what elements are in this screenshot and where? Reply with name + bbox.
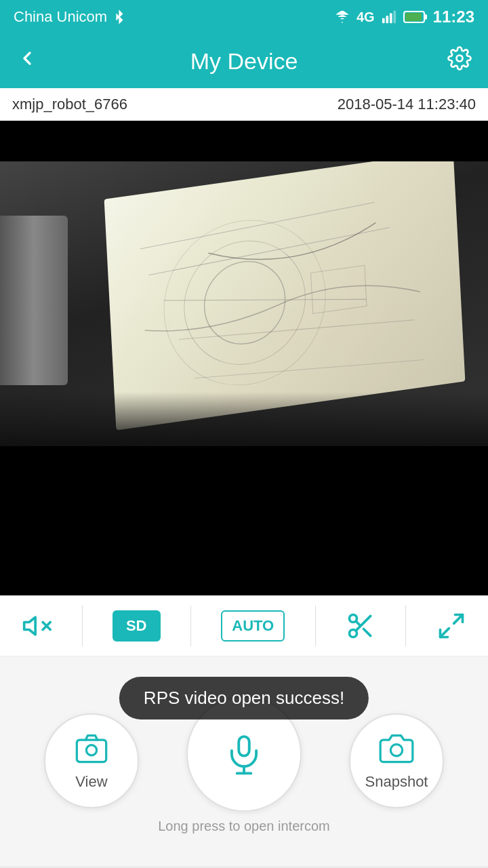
svg-line-13 <box>163 272 366 328</box>
header: My Device <box>0 34 488 88</box>
page-title: My Device <box>190 48 298 75</box>
svg-rect-5 <box>405 13 422 21</box>
camera-gallery-icon <box>74 731 109 766</box>
intercom-hint: Long press to open intercom <box>158 818 330 834</box>
divider-3 <box>315 606 316 646</box>
divider-1 <box>82 606 83 646</box>
status-left: China Unicom <box>14 8 126 26</box>
svg-line-16 <box>195 346 424 391</box>
svg-point-12 <box>160 210 329 395</box>
auto-button[interactable]: AUTO <box>207 605 298 647</box>
svg-point-7 <box>457 56 463 62</box>
battery-icon <box>403 9 428 24</box>
snapshot-icon <box>379 731 414 766</box>
scissors-button[interactable] <box>332 606 389 646</box>
svg-line-24 <box>356 621 361 626</box>
svg-line-25 <box>453 615 462 624</box>
signal-icon <box>380 9 398 24</box>
svg-line-23 <box>363 629 370 636</box>
svg-rect-1 <box>386 16 388 23</box>
fullscreen-icon <box>436 611 466 641</box>
video-container <box>0 121 488 595</box>
divider-2 <box>190 606 191 646</box>
cam-cylinder <box>0 216 68 385</box>
view-button[interactable]: View <box>44 713 139 808</box>
wifi-icon <box>333 9 351 24</box>
carrier-label: China Unicom <box>14 8 107 26</box>
svg-line-14 <box>179 307 415 353</box>
device-timestamp: 2018-05-14 11:23:40 <box>338 96 476 113</box>
actions-area: RPS video open success! View <box>0 656 488 867</box>
svg-rect-15 <box>311 265 367 313</box>
svg-line-26 <box>440 629 449 637</box>
svg-rect-0 <box>382 18 385 23</box>
toast-notification: RPS video open success! <box>119 677 369 719</box>
microphone-icon <box>223 733 265 775</box>
mute-icon <box>22 611 52 641</box>
svg-point-11 <box>181 233 308 372</box>
svg-rect-27 <box>77 740 106 762</box>
status-bar: China Unicom 4G 11:23 <box>0 0 488 34</box>
controls-bar: SD AUTO <box>0 595 488 656</box>
back-button[interactable] <box>16 47 38 75</box>
time-label: 11:23 <box>433 7 474 26</box>
svg-rect-2 <box>390 14 392 24</box>
settings-button[interactable] <box>447 46 472 76</box>
svg-marker-17 <box>24 617 35 635</box>
fullscreen-button[interactable] <box>423 606 480 646</box>
divider-4 <box>405 606 406 646</box>
snapshot-button[interactable]: Snapshot <box>349 713 444 808</box>
status-right: 4G 11:23 <box>333 7 474 26</box>
svg-rect-6 <box>424 14 427 20</box>
action-buttons-row: View Snapshot <box>0 710 488 812</box>
sd-badge[interactable]: SD <box>113 610 161 642</box>
svg-rect-3 <box>393 11 396 23</box>
snapshot-label: Snapshot <box>365 773 428 791</box>
device-name: xmjp_robot_6766 <box>12 96 127 113</box>
bluetooth-icon <box>113 9 126 24</box>
network-type: 4G <box>357 9 375 25</box>
device-info-bar: xmjp_robot_6766 2018-05-14 11:23:40 <box>0 88 488 121</box>
svg-point-10 <box>203 256 287 349</box>
view-label: View <box>75 773 107 791</box>
mute-button[interactable] <box>8 606 65 646</box>
scissors-icon <box>346 611 375 641</box>
auto-badge[interactable]: AUTO <box>221 610 285 642</box>
svg-rect-29 <box>239 736 249 755</box>
video-feed <box>0 161 488 446</box>
camera-scene <box>0 161 488 446</box>
sd-button[interactable]: SD <box>99 605 174 647</box>
toast-message: RPS video open success! <box>144 688 344 708</box>
svg-point-28 <box>86 745 96 755</box>
cam-dark-bottom <box>0 392 488 446</box>
svg-point-32 <box>390 744 402 755</box>
